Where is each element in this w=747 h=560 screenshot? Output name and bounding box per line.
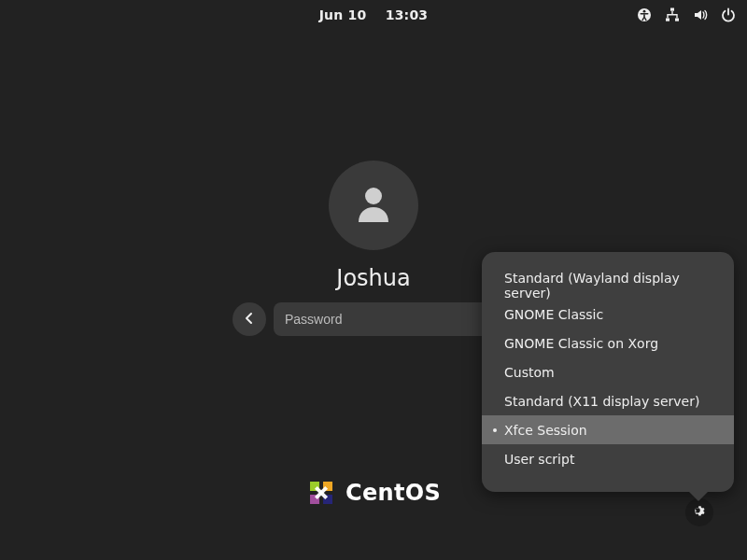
session-menu-item[interactable]: Custom — [482, 357, 734, 386]
gear-icon — [692, 504, 707, 522]
svg-point-1 — [643, 10, 646, 13]
accessibility-icon[interactable] — [637, 7, 652, 22]
back-button[interactable] — [233, 302, 266, 336]
volume-icon[interactable] — [693, 7, 708, 22]
svg-rect-3 — [670, 8, 674, 11]
session-menu-item-label: Standard (X11 display server) — [504, 394, 699, 409]
time-label: 13:03 — [386, 7, 429, 22]
session-menu: Standard (Wayland display server)GNOME C… — [482, 252, 734, 492]
session-menu-item[interactable]: Standard (X11 display server) — [482, 386, 734, 415]
svg-point-6 — [365, 188, 382, 204]
network-wired-icon[interactable] — [665, 7, 680, 22]
avatar — [329, 161, 418, 250]
session-menu-item[interactable]: Xfce Session — [482, 415, 734, 444]
session-gear-button[interactable] — [685, 498, 713, 526]
avatar-icon — [351, 181, 396, 230]
selected-bullet-icon — [493, 428, 497, 432]
session-menu-item[interactable]: GNOME Classic — [482, 300, 734, 329]
password-input[interactable] — [285, 312, 486, 327]
session-menu-item-label: GNOME Classic — [504, 307, 603, 322]
session-menu-item-label: User script — [504, 452, 574, 467]
centos-logo-icon — [306, 478, 336, 508]
power-icon[interactable] — [721, 7, 736, 22]
system-tray — [637, 0, 736, 30]
session-menu-item[interactable]: Standard (Wayland display server) — [482, 271, 734, 300]
session-menu-item[interactable]: GNOME Classic on Xorg — [482, 329, 734, 357]
session-menu-item-label: Xfce Session — [504, 423, 587, 438]
datetime[interactable]: Jun 10 13:03 — [319, 7, 429, 22]
session-menu-item-label: GNOME Classic on Xorg — [504, 336, 658, 351]
session-menu-item-label: Standard (Wayland display server) — [504, 271, 712, 301]
password-field-wrap — [274, 302, 514, 336]
password-row — [233, 302, 514, 336]
svg-rect-5 — [675, 19, 679, 21]
distro-branding: CentOS — [306, 478, 441, 508]
date-label: Jun 10 — [319, 7, 367, 22]
session-menu-item-label: Custom — [504, 365, 555, 380]
svg-rect-4 — [666, 19, 669, 21]
top-bar: Jun 10 13:03 — [0, 0, 747, 30]
session-menu-item[interactable]: User script — [482, 444, 734, 473]
username-label: Joshua — [336, 265, 410, 291]
distro-name-label: CentOS — [345, 480, 441, 506]
chevron-left-icon — [243, 312, 256, 328]
